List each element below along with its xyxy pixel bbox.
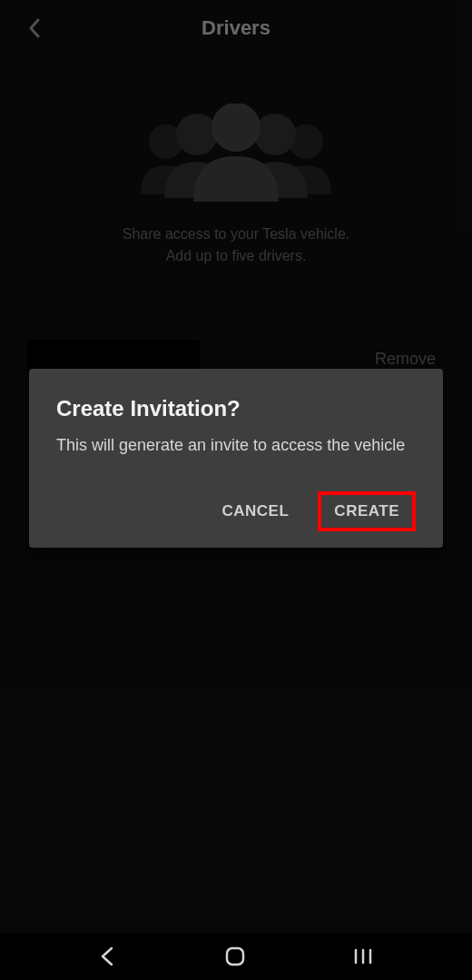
system-recents-button[interactable] <box>353 947 373 965</box>
drivers-illustration <box>0 104 472 203</box>
dialog-body: This will generate an invite to access t… <box>56 434 416 457</box>
system-back-button[interactable] <box>99 946 117 966</box>
people-group-icon <box>132 104 340 203</box>
system-nav-bar <box>0 933 472 980</box>
page-title: Drivers <box>22 16 450 40</box>
chevron-left-icon <box>28 18 41 38</box>
svg-point-2 <box>176 114 218 155</box>
description-line-2: Add up to five drivers. <box>36 245 436 267</box>
description-text: Share access to your Tesla vehicle. Add … <box>0 223 472 267</box>
dialog-actions: CANCEL CREATE <box>56 491 416 531</box>
svg-point-3 <box>254 114 296 155</box>
svg-rect-5 <box>227 948 243 965</box>
description-line-1: Share access to your Tesla vehicle. <box>36 223 436 245</box>
nav-home-icon <box>224 945 246 967</box>
back-button[interactable] <box>25 19 44 37</box>
header-bar: Drivers <box>0 0 472 56</box>
svg-point-4 <box>211 104 261 152</box>
nav-back-icon <box>99 946 117 966</box>
create-button[interactable]: CREATE <box>318 491 416 531</box>
remove-driver-button[interactable]: Remove <box>375 350 436 369</box>
dialog-title: Create Invitation? <box>56 396 416 421</box>
system-home-button[interactable] <box>224 945 246 967</box>
create-invitation-dialog: Create Invitation? This will generate an… <box>29 369 443 548</box>
nav-recents-icon <box>353 947 373 965</box>
cancel-button[interactable]: CANCEL <box>206 491 306 531</box>
